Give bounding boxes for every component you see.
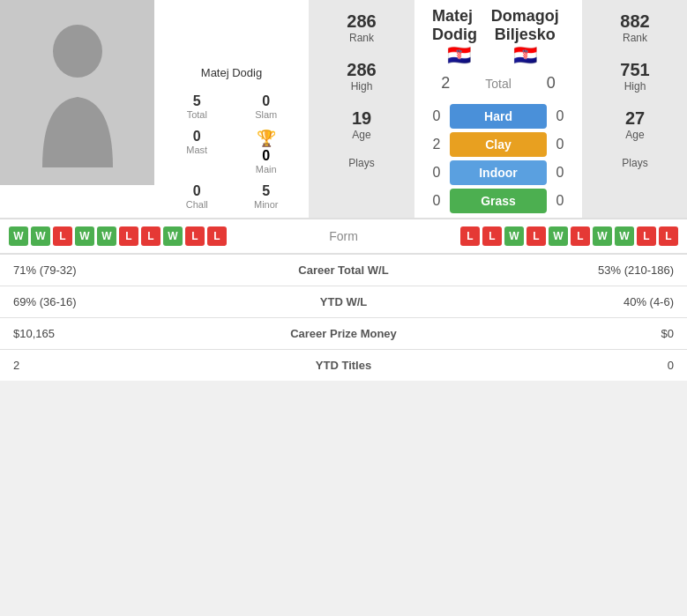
form-badge-l: L: [659, 226, 678, 246]
left-player-name-label: Matej Dodig: [201, 66, 262, 79]
indoor-button[interactable]: Indoor: [450, 160, 547, 185]
right-age-block: 27 Age: [586, 101, 683, 148]
form-badge-w: W: [615, 226, 634, 246]
right-header: Domagoj Biljesko 🇭🇷: [485, 7, 564, 67]
left-chall-cell: 0 Chall: [163, 180, 231, 213]
center-section: Matej Dodig 🇭🇷 Domagoj Biljesko 🇭🇷 2 Tot…: [414, 0, 582, 218]
grass-button[interactable]: Grass: [450, 189, 547, 213]
left-middle-stats: 286 Rank 286 High 19 Age Plays: [309, 0, 414, 218]
right-rank-block: 882 Rank: [586, 4, 683, 51]
form-badge-l: L: [185, 226, 205, 246]
left-total-cell: 5 Total: [163, 90, 231, 123]
left-high-block: 286 High: [313, 53, 410, 100]
player-headers: Matej Dodig 🇭🇷 Domagoj Biljesko 🇭🇷: [414, 0, 582, 67]
left-age-block: 19 Age: [313, 101, 410, 148]
form-label: Form: [291, 229, 397, 243]
form-badge-l: L: [482, 226, 502, 246]
ytd-titles-row: 2 YTD Titles 0: [0, 350, 687, 382]
career-prize-row: $10,165 Career Prize Money $0: [0, 318, 687, 350]
form-badge-w: W: [97, 226, 116, 246]
form-badge-w: W: [593, 226, 612, 246]
left-player-silhouette: [25, 18, 131, 167]
right-high-block: 751 High: [586, 53, 683, 100]
left-form-badges: WWLWWLLWLL: [9, 226, 291, 246]
form-badge-l: L: [460, 226, 480, 246]
form-badge-w: W: [9, 226, 28, 246]
surface-row-clay: 2 Clay 0: [423, 132, 573, 157]
left-minor-cell: 5 Minor: [233, 180, 301, 213]
svg-point-0: [53, 25, 102, 78]
form-badge-w: W: [163, 226, 183, 246]
left-trophy-icon: 🏆: [257, 129, 276, 148]
surface-row-grass: 0 Grass 0: [423, 189, 573, 213]
form-section: WWLWWLLWLL Form LLWLWLWWLL: [0, 219, 687, 253]
form-badge-w: W: [549, 226, 568, 246]
surface-rows: 0 Hard 0 2 Clay 0 0 Indoor 0: [414, 100, 582, 218]
form-badge-l: L: [571, 226, 590, 246]
stats-table: 71% (79-32) Career Total W/L 53% (210-18…: [0, 254, 687, 381]
left-trophy-cell: 🏆 0 Main: [233, 125, 301, 178]
hard-button[interactable]: Hard: [450, 104, 547, 129]
left-player-info: Matej Dodig 5 Total 0 Slam 0 Mast 🏆 0 M: [154, 0, 309, 218]
surface-row-hard: 0 Hard 0: [423, 104, 573, 129]
left-rank-block: 286 Rank: [313, 4, 410, 51]
form-badge-l: L: [119, 226, 138, 246]
form-badge-l: L: [637, 226, 656, 246]
surface-row-indoor: 0 Indoor 0: [423, 160, 573, 185]
total-row: 2 Total 0: [414, 67, 582, 100]
form-badge-l: L: [141, 226, 161, 246]
player-comparison: Matej Dodig 5 Total 0 Slam 0 Mast 🏆 0 M: [0, 0, 687, 218]
left-player-photo: [0, 0, 154, 185]
left-header: Matej Dodig 🇭🇷: [432, 7, 485, 67]
left-slam-cell: 0 Slam: [233, 90, 301, 123]
form-badge-l: L: [207, 226, 227, 246]
left-plays-block: Plays: [313, 150, 410, 176]
main-container: Matej Dodig 5 Total 0 Slam 0 Mast 🏆 0 M: [0, 0, 687, 381]
ytd-wl-row: 69% (36-16) YTD W/L 40% (4-6): [0, 286, 687, 318]
right-form-badges: LLWLWLWWLL: [397, 226, 679, 246]
left-mast-cell: 0 Mast: [163, 125, 231, 178]
right-plays-block: Plays: [586, 150, 683, 176]
left-stats-grid: 5 Total 0 Slam 0 Mast 🏆 0 Main 0: [163, 90, 300, 213]
clay-button[interactable]: Clay: [450, 132, 547, 157]
form-badge-w: W: [31, 226, 50, 246]
form-badge-l: L: [53, 226, 72, 246]
form-badge-w: W: [75, 226, 94, 246]
form-badge-l: L: [526, 226, 546, 246]
form-badge-w: W: [504, 226, 524, 246]
career-wl-row: 71% (79-32) Career Total W/L 53% (210-18…: [0, 255, 687, 286]
right-middle-stats: 882 Rank 751 High 27 Age Plays: [582, 0, 687, 218]
